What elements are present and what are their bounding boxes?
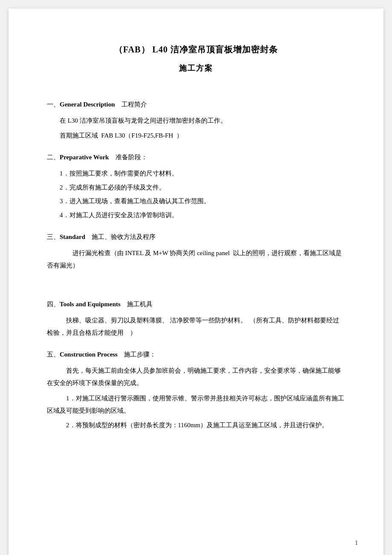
- section-2-number: 二、: [47, 154, 60, 161]
- section-5-item-1: 1．对施工区域进行警示圈围，使用警示锥、警示带并悬挂相关许可标志，围护区域应涵盖…: [47, 392, 345, 417]
- section-4-number: 四、: [47, 301, 60, 308]
- section-3-number: 三、: [47, 233, 60, 240]
- section-3-header: 三、Standard 施工、验收方法及程序: [47, 231, 345, 243]
- main-title: （FAB） L40 洁净室吊顶盲板增加密封条: [47, 43, 345, 56]
- section-2-item-4: 4．对施工人员进行安全及洁净管制培训。: [47, 209, 345, 221]
- section-5: 五、Construction Process 施工步骤： 首先，每天施工前由全体…: [47, 349, 345, 431]
- section-4-chinese: 施工机具: [127, 301, 153, 308]
- section-5-chinese: 施工步骤：: [124, 351, 156, 358]
- section-1-english: General Description: [60, 101, 115, 108]
- sub-title: 施工方案: [47, 63, 345, 73]
- section-2: 二、Preparative Work 准备阶段： 1．按照施工要求，制作需要的尺…: [47, 152, 345, 221]
- section-5-number: 五、: [47, 351, 60, 358]
- section-1: 一、General Description 工程简介 在 L30 洁净室吊顶盲板…: [47, 99, 345, 141]
- section-3-chinese: 施工、验收方法及程序: [92, 233, 156, 240]
- section-4-content: 扶梯、吸尘器、剪刀以及塑料薄膜、 洁净胶带等一些防护材料。 （所有工具、防护材料…: [47, 314, 345, 339]
- page-number: 1: [355, 540, 358, 546]
- title-section: （FAB） L40 洁净室吊顶盲板增加密封条 施工方案: [47, 43, 345, 73]
- document-page: （FAB） L40 洁净室吊顶盲板增加密封条 施工方案 一、General De…: [9, 9, 383, 555]
- section-4-english: Tools and Equipments: [60, 301, 121, 308]
- section-2-header: 二、Preparative Work 准备阶段：: [47, 152, 345, 163]
- section-5-item-2: 2．将预制成型的材料（密封条长度为：1160mm）及施工工具运至施工区域，并且进…: [47, 419, 345, 431]
- section-2-chinese: 准备阶段：: [115, 154, 147, 161]
- section-5-english: Construction Process: [60, 351, 118, 358]
- section-4: 四、Tools and Equipments 施工机具 扶梯、吸尘器、剪刀以及塑…: [47, 299, 345, 339]
- section-1-content-1: 在 L30 洁净室吊顶盲板与龙骨之间进行增加密封条的工作。: [47, 115, 345, 127]
- section-2-item-3: 3．进入施工现场，查看施工地点及确认其工作范围。: [47, 195, 345, 207]
- section-4-header: 四、Tools and Equipments 施工机具: [47, 299, 345, 310]
- section-1-content-2: 首期施工区域 FAB L30（F19-F25,FB-FH ）: [47, 129, 345, 142]
- section-2-item-1: 1．按照施工要求，制作需要的尺寸材料。: [47, 167, 345, 180]
- section-3-english: Standard: [60, 233, 85, 240]
- section-2-item-2: 2．完成所有施工必须的手续及文件。: [47, 181, 345, 194]
- section-5-intro: 首先，每天施工前由全体人员参加班前会，明确施工要求，工作内容，安全要求等，确保施…: [47, 365, 345, 389]
- section-1-chinese: 工程简介: [121, 101, 147, 108]
- section-3-content: 进行漏光检查（由 INTEL 及 M+W 协商关闭 ceiling panel …: [47, 247, 345, 271]
- section-1-header: 一、General Description 工程简介: [47, 99, 345, 110]
- section-5-header: 五、Construction Process 施工步骤：: [47, 349, 345, 360]
- section-2-english: Preparative Work: [60, 154, 109, 161]
- section-3: 三、Standard 施工、验收方法及程序 进行漏光检查（由 INTEL 及 M…: [47, 231, 345, 271]
- section-1-number: 一、: [47, 101, 60, 108]
